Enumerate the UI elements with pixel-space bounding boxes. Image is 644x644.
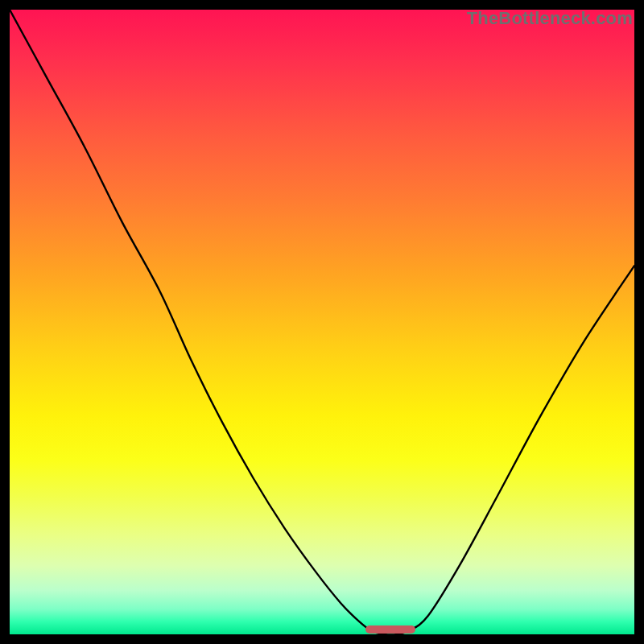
curve-path <box>10 10 634 634</box>
watermark-text: TheBottleneck.com <box>467 8 633 29</box>
chart-frame: TheBottleneck.com <box>0 0 644 644</box>
bottleneck-curve <box>10 10 634 634</box>
plot-area <box>10 10 634 634</box>
optimal-range-marker <box>365 625 415 634</box>
